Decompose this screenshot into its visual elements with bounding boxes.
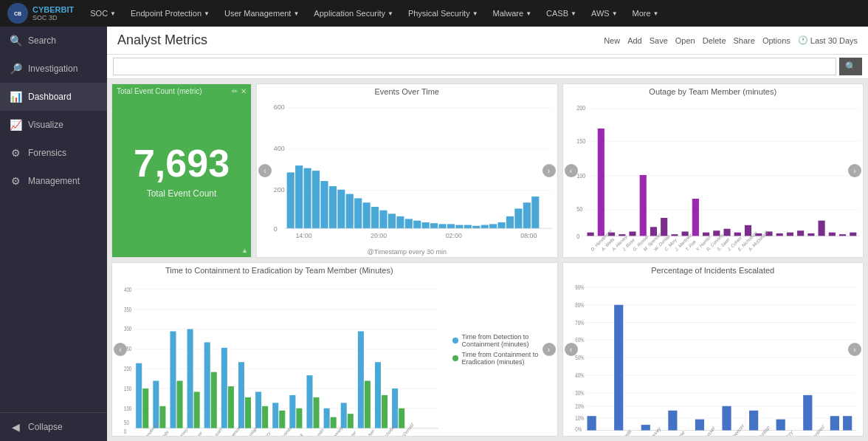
- svg-rect-58: [639, 175, 646, 236]
- sidebar-item-visualize[interactable]: 📈 Visualize: [0, 111, 107, 139]
- svg-rect-32: [489, 224, 497, 228]
- svg-rect-114: [142, 389, 148, 428]
- nav-physical[interactable]: Physical Security ▼: [402, 6, 484, 21]
- svg-text:600: 600: [274, 104, 285, 112]
- svg-text:350: 350: [124, 305, 131, 313]
- outage-prev-button[interactable]: ‹: [565, 164, 578, 177]
- containment-next-button[interactable]: ›: [542, 343, 556, 356]
- svg-text:0: 0: [124, 428, 126, 436]
- brand-name: CYBERBIT: [32, 6, 74, 14]
- events-chart-svg: 600 400 200 0: [257, 98, 557, 248]
- outage-panel-title: Outage by Team Member (minutes): [563, 84, 864, 98]
- nav-malware[interactable]: Malware ▼: [487, 6, 538, 21]
- svg-rect-10: [304, 168, 311, 229]
- metric-footer: ▲: [241, 247, 248, 254]
- share-button[interactable]: Share: [734, 36, 755, 45]
- incidents-panel-title: Percentage of Incidents Escalated: [563, 263, 864, 276]
- sidebar-item-forensics[interactable]: ⚙ Forensics: [0, 139, 107, 167]
- nav-soc[interactable]: SOC ▼: [84, 6, 122, 21]
- nav-usermgmt[interactable]: User Management ▼: [218, 6, 305, 21]
- eradication-dot: [452, 355, 458, 361]
- svg-rect-133: [306, 375, 312, 428]
- incidents-prev-button[interactable]: ‹: [565, 343, 578, 356]
- svg-rect-128: [262, 406, 268, 428]
- svg-rect-24: [422, 222, 430, 228]
- casb-arrow: ▼: [571, 10, 576, 17]
- svg-text:0%: 0%: [575, 425, 582, 434]
- svg-rect-23: [413, 221, 421, 228]
- top-navigation: CB CYBERBIT SOC 3D SOC ▼ Endpoint Protec…: [0, 0, 868, 27]
- brand-sub: SOC 3D: [32, 14, 74, 21]
- sidebar-item-investigation[interactable]: 🔎 Investigation: [0, 55, 107, 83]
- svg-text:20:00: 20:00: [371, 232, 387, 239]
- events-prev-button[interactable]: ‹: [258, 164, 272, 177]
- header-actions: New Add Save Open Delete Share Options 🕐…: [604, 35, 858, 45]
- sidebar-item-search[interactable]: 🔍 Search: [0, 27, 107, 55]
- svg-text:200: 200: [274, 187, 285, 194]
- metric-close-icon[interactable]: ✕: [241, 87, 247, 95]
- um-arrow: ▼: [293, 10, 299, 17]
- last-days-label: Last 30 Days: [810, 36, 858, 45]
- new-button[interactable]: New: [604, 36, 620, 45]
- incidents-chart-svg: 90% 80% 70% 60% 50% 40% 30% 20% 10% 0%: [563, 276, 864, 436]
- nav-appsec[interactable]: Application Security ▼: [308, 6, 399, 21]
- nav-casb[interactable]: CASB ▼: [540, 6, 582, 21]
- svg-rect-30: [472, 226, 480, 228]
- containment-chart-area: 400 350 300 250 200 150 100 50 0: [112, 276, 447, 436]
- sidebar-item-dashboard[interactable]: 📊 Dashboard: [0, 83, 107, 111]
- svg-rect-183: [641, 425, 650, 430]
- sidebar-forensics-label: Forensics: [28, 148, 66, 158]
- nav-aws[interactable]: AWS ▼: [585, 6, 624, 21]
- svg-text:200: 200: [576, 105, 585, 112]
- svg-text:400: 400: [124, 286, 131, 294]
- svg-rect-25: [430, 223, 438, 228]
- add-button[interactable]: Add: [627, 36, 642, 45]
- svg-rect-126: [245, 397, 251, 428]
- metric-edit-icon[interactable]: ✏: [232, 87, 238, 95]
- svg-rect-53: [587, 233, 593, 236]
- svg-rect-140: [365, 381, 371, 428]
- nav-more[interactable]: More ▼: [627, 6, 665, 21]
- svg-rect-132: [296, 408, 302, 428]
- svg-rect-127: [255, 392, 261, 428]
- save-button[interactable]: Save: [650, 36, 668, 45]
- svg-rect-113: [136, 363, 142, 428]
- metric-panel-title: Total Event Count (metric): [117, 87, 202, 95]
- svg-rect-182: [614, 305, 623, 431]
- svg-text:D. Henderson: D. Henderson: [139, 420, 159, 436]
- incidents-next-button[interactable]: ›: [848, 343, 861, 356]
- soc-arrow: ▼: [110, 10, 116, 17]
- search-button[interactable]: 🔍: [839, 58, 862, 75]
- svg-rect-119: [187, 329, 193, 428]
- svg-text:T. Fisk: T. Fisk: [293, 431, 304, 436]
- svg-rect-188: [776, 420, 785, 431]
- svg-rect-191: [843, 416, 852, 430]
- search-input[interactable]: [113, 58, 836, 75]
- open-button[interactable]: Open: [675, 36, 695, 45]
- outage-next-button[interactable]: ›: [848, 164, 861, 177]
- svg-rect-76: [828, 233, 835, 236]
- nav-endpoint[interactable]: Endpoint Protection ▼: [125, 6, 216, 21]
- ep-arrow: ▼: [204, 10, 210, 17]
- svg-rect-129: [272, 403, 278, 428]
- svg-rect-116: [159, 406, 165, 428]
- page-title: Analyst Metrics: [117, 33, 207, 48]
- sidebar: 🔍 Search 🔎 Investigation 📊 Dashboard 📈 V…: [0, 27, 107, 441]
- containment-prev-button[interactable]: ‹: [114, 343, 127, 356]
- svg-rect-20: [388, 213, 396, 228]
- svg-rect-117: [170, 331, 176, 428]
- svg-rect-33: [497, 222, 505, 228]
- events-next-button[interactable]: ›: [542, 164, 556, 177]
- svg-rect-73: [797, 230, 804, 236]
- svg-rect-11: [312, 171, 320, 228]
- sidebar-item-collapse[interactable]: ◀ Collapse: [0, 413, 107, 441]
- sidebar-item-management[interactable]: ⚙ Management: [0, 167, 107, 195]
- investigation-icon: 🔎: [9, 62, 22, 75]
- svg-rect-139: [358, 331, 364, 428]
- options-button[interactable]: Options: [762, 36, 790, 45]
- svg-rect-187: [749, 411, 758, 431]
- svg-rect-66: [723, 229, 730, 236]
- delete-button[interactable]: Delete: [703, 36, 726, 45]
- svg-text:50: 50: [124, 419, 129, 427]
- svg-rect-29: [464, 225, 472, 229]
